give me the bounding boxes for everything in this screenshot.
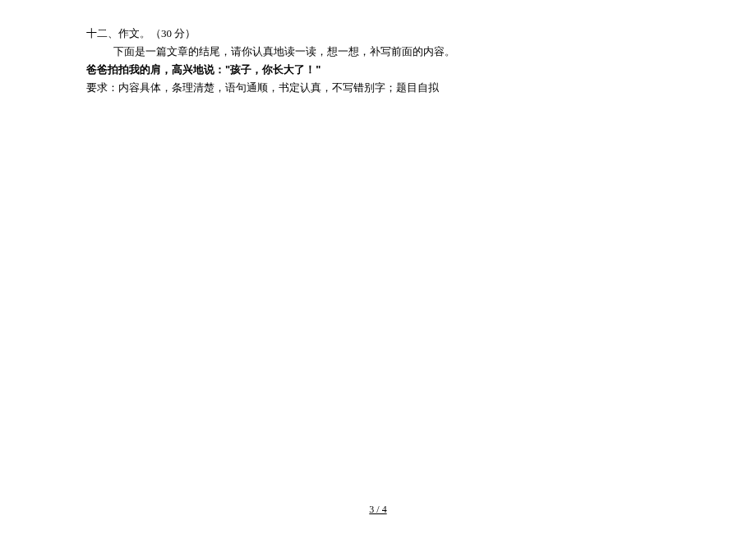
quote-line: 爸爸拍拍我的肩，高兴地说："孩子，你长大了！" [86, 61, 690, 79]
page-number: 3 / 4 [369, 504, 386, 515]
section-heading: 十二、作文。（30 分） [86, 25, 690, 43]
page-footer: 3 / 4 [0, 504, 756, 516]
requirement-text: 要求：内容具体，条理清楚，语句通顺，书定认真，不写错别字；题目自拟 [86, 79, 690, 97]
instruction-text: 下面是一篇文章的结尾，请你认真地读一读，想一想，补写前面的内容。 [86, 43, 690, 61]
document-content: 十二、作文。（30 分） 下面是一篇文章的结尾，请你认真地读一读，想一想，补写前… [0, 25, 756, 97]
